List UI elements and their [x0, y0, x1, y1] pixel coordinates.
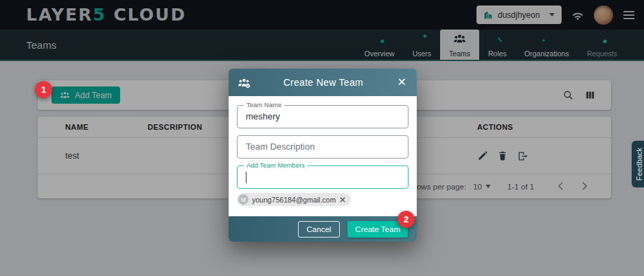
annotation-step-1: 1 — [35, 81, 52, 98]
modal-header: Create New Team ✕ — [229, 69, 417, 96]
team-name-input[interactable]: Team Name meshery — [237, 105, 409, 128]
chip-email: young756184@gmail.com — [252, 196, 336, 204]
cancel-button[interactable]: Cancel — [298, 221, 341, 238]
chip-remove-icon[interactable] — [339, 196, 346, 203]
add-team-members-input[interactable]: Add Team Members — [237, 165, 409, 189]
layer5-cloud-app: LAYER5 CLOUD dusdjhyeon Teams Overview — [0, 0, 644, 276]
team-description-placeholder: Team Description — [238, 136, 408, 158]
feedback-tab[interactable]: Feedback — [632, 141, 644, 187]
feedback-label: Feedback — [635, 148, 643, 181]
team-name-value: meshery — [238, 106, 408, 128]
chip-avatar: M — [238, 194, 249, 205]
close-icon[interactable]: ✕ — [396, 76, 408, 89]
text-cursor — [246, 172, 246, 183]
modal-title: Create New Team — [251, 77, 396, 88]
group-add-icon — [238, 76, 251, 89]
modal-body: Team Name meshery Team Description Add T… — [229, 96, 417, 216]
modal-footer: Cancel Create Team — [229, 216, 417, 242]
team-description-input[interactable]: Team Description — [237, 135, 409, 159]
add-team-members-label: Add Team Members — [244, 161, 308, 169]
team-name-label: Team Name — [244, 101, 284, 108]
annotation-step-2: 2 — [398, 211, 415, 228]
create-new-team-modal: Create New Team ✕ Team Name meshery Team… — [229, 69, 417, 242]
member-chip: M young756184@gmail.com — [237, 193, 351, 206]
